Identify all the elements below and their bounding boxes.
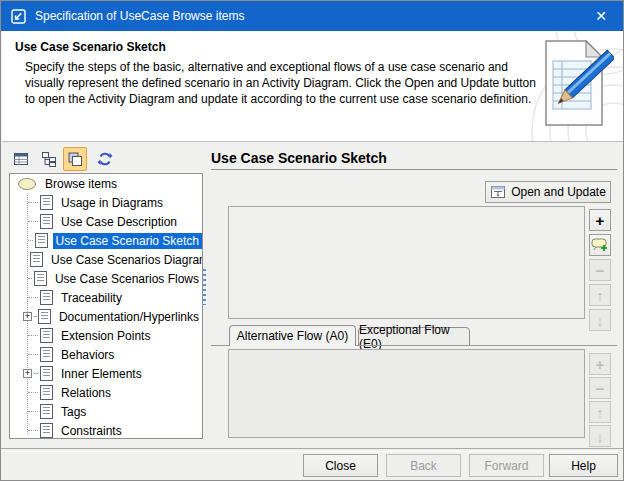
footer-separator	[1, 448, 624, 452]
tree-item[interactable]: Use Case Scenarios Diagrams	[10, 250, 202, 269]
up-arrow-icon: ↑	[589, 284, 611, 306]
document-pencil-icon	[538, 35, 614, 134]
expand-plus-icon[interactable]: +	[23, 369, 32, 378]
alternative-flow-list[interactable]	[228, 349, 585, 438]
spec-node-icon	[35, 233, 48, 248]
spec-node-icon	[30, 252, 43, 267]
tree-root-label: Browse items	[42, 176, 120, 192]
window-title: Specification of UseCase Browse items	[35, 9, 244, 23]
open-and-update-button[interactable]: Open and Update	[485, 181, 611, 203]
tree-item-selected[interactable]: Use Case Scenario Sketch	[10, 231, 202, 250]
down-arrow-icon: ↓	[589, 309, 611, 331]
tree-item[interactable]: +Documentation/Hyperlinks	[10, 307, 202, 326]
scenario-steps-list[interactable]	[228, 206, 585, 319]
usecase-oval-icon	[18, 178, 36, 190]
spec-node-icon	[38, 309, 51, 324]
tree-item[interactable]: Constraints	[10, 421, 202, 439]
activity-diagram-icon	[490, 184, 506, 200]
minus-icon: −	[589, 259, 611, 281]
heading-separator	[211, 169, 617, 170]
title-bar: Specification of UseCase Browse items ✕	[1, 1, 623, 31]
back-button: Back	[386, 454, 461, 477]
plus-icon[interactable]: +	[589, 209, 611, 231]
minus-icon: −	[589, 377, 611, 399]
help-button[interactable]: Help	[549, 454, 618, 477]
refresh-icon[interactable]	[93, 147, 117, 171]
spec-node-icon	[40, 385, 53, 400]
spec-node-icon	[40, 347, 53, 362]
close-button[interactable]: Close	[303, 454, 378, 477]
overlapping-squares-icon[interactable]	[63, 147, 87, 171]
tree-item[interactable]: Extension Points	[10, 326, 202, 345]
tree-item[interactable]: Use Case Scenarios Flows	[10, 269, 202, 288]
spec-node-icon	[40, 290, 53, 305]
spec-node-icon	[40, 214, 53, 229]
panel-heading: Use Case Scenario Sketch	[211, 150, 387, 166]
tree-item[interactable]: +Inner Elements	[10, 364, 202, 383]
table-icon[interactable]	[9, 147, 33, 171]
spec-node-icon	[40, 195, 53, 210]
spec-node-icon	[40, 404, 53, 419]
note-add-icon[interactable]	[589, 234, 611, 256]
tab-exceptional-flow[interactable]: Exceptional Flow (E0)	[358, 327, 470, 346]
specification-window-icon	[11, 9, 26, 24]
open-and-update-label: Open and Update	[511, 185, 606, 199]
spec-node-icon	[40, 328, 53, 343]
expand-plus-icon[interactable]: +	[23, 312, 32, 321]
browse-items-tree[interactable]: Browse items Usage in Diagrams Use Case …	[9, 173, 203, 439]
plus-icon: +	[589, 353, 611, 375]
specification-dialog: Specification of UseCase Browse items ✕ …	[0, 0, 624, 481]
down-arrow-icon: ↓	[589, 425, 611, 447]
tree-root[interactable]: Browse items	[10, 174, 202, 193]
spec-node-icon	[40, 423, 53, 438]
tree-icon[interactable]	[37, 147, 61, 171]
up-arrow-icon: ↑	[589, 401, 611, 423]
tree-item[interactable]: Relations	[10, 383, 202, 402]
header-description: Specify the steps of the basic, alternat…	[25, 59, 537, 107]
panel-splitter-handle[interactable]	[203, 269, 206, 305]
tree-item[interactable]: Behaviors	[10, 345, 202, 364]
header-title: Use Case Scenario Sketch	[15, 40, 166, 54]
tree-item[interactable]: Traceability	[10, 288, 202, 307]
tree-item[interactable]: Use Case Description	[10, 212, 202, 231]
spec-node-icon	[34, 271, 47, 286]
tab-alternative-flow[interactable]: Alternative Flow (A0)	[229, 325, 356, 346]
tree-item[interactable]: Usage in Diagrams	[10, 193, 202, 212]
forward-button: Forward	[469, 454, 544, 477]
tree-item[interactable]: Tags	[10, 402, 202, 421]
close-icon[interactable]: ✕	[579, 1, 623, 31]
spec-node-icon	[40, 366, 53, 381]
header-banner: Use Case Scenario Sketch Specify the ste…	[2, 31, 624, 142]
